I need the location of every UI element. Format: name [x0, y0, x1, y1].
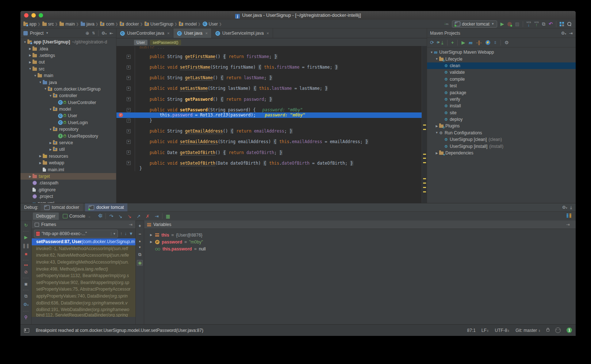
run-button[interactable]: ▶: [500, 22, 504, 27]
remove-watch-icon[interactable]: −: [138, 231, 141, 237]
project-tree-row[interactable]: IUserRepository: [20, 133, 116, 139]
code-line[interactable]: ˩ }: [116, 118, 427, 123]
code-editor[interactable]: public ... + public String getFirstName(…: [116, 46, 427, 203]
code-line[interactable]: + public void setLastName(String lastNam…: [116, 86, 427, 91]
project-settings-gear-icon[interactable]: ⚙▾: [101, 31, 107, 36]
project-tree-row[interactable]: ▼src: [20, 66, 116, 72]
stack-frame-row[interactable]: setPassword:87, User (com.docker.UserSig…: [32, 238, 135, 245]
close-tab-icon[interactable]: ×: [206, 31, 208, 35]
code-line[interactable]: public ...: [116, 46, 427, 49]
maven-add-icon[interactable]: +: [451, 40, 454, 45]
restore-layout-icon[interactable]: ⧉: [24, 294, 28, 299]
editor-error-stripe[interactable]: [422, 46, 427, 203]
fold-expand-icon[interactable]: +: [127, 65, 131, 69]
code-line[interactable]: + public void setEmailAddress(String ema…: [116, 139, 427, 145]
maven-gear-icon[interactable]: ⚙▾: [561, 31, 566, 36]
tree-collapse-icon[interactable]: ▶: [28, 175, 32, 178]
stripe-mark[interactable]: [423, 124, 426, 126]
readonly-lock-icon[interactable]: [546, 329, 549, 332]
editor-tab[interactable]: CUserServiceImpl.java×: [212, 28, 273, 38]
maven-collapse-icon[interactable]: ⇳: [494, 40, 497, 45]
changes-icon[interactable]: ⧉: [542, 22, 545, 27]
toolwindow-toggle-icon[interactable]: [24, 328, 29, 333]
debugger-settings-icon[interactable]: ⚙▾: [23, 302, 28, 308]
variable-row[interactable]: this.password=null: [144, 245, 576, 252]
rerun-icon[interactable]: ↻: [24, 223, 28, 228]
stack-frame-row[interactable]: bind:112, ServletRequestDataBinder (org.…: [32, 313, 135, 317]
code-line[interactable]: − public void setPassword(String passwor…: [116, 107, 427, 113]
breadcrumb-item[interactable]: docker: [120, 22, 139, 27]
close-tab-icon[interactable]: ×: [167, 31, 169, 35]
project-tree-row[interactable]: ▼java: [20, 79, 116, 85]
tree-collapse-icon[interactable]: ▶: [48, 148, 53, 151]
breakpoint-icon[interactable]: ✓: [119, 113, 123, 117]
stop-icon[interactable]: ■: [24, 252, 27, 257]
close-tab-icon[interactable]: ×: [266, 31, 269, 35]
maven-refresh-icon[interactable]: ⟳: [430, 40, 434, 45]
maven-tree-row[interactable]: ⚙compile: [427, 76, 576, 83]
vcs-update-icon[interactable]: VCS↓: [526, 22, 531, 27]
maven-settings-icon[interactable]: ⚙: [504, 40, 509, 45]
debug-view-tab[interactable]: Console→: [60, 212, 94, 220]
editor-breadcrumb-chip[interactable]: setPassword(): [150, 40, 181, 45]
tree-collapse-icon[interactable]: ▶: [434, 152, 439, 155]
stripe-mark[interactable]: [423, 129, 426, 130]
project-tree-row[interactable]: ▶resources: [20, 153, 116, 160]
project-tree-row[interactable]: ▶target: [20, 173, 116, 180]
frame-up-icon[interactable]: ↑: [120, 231, 122, 236]
code-line[interactable]: ✓ this.password = Rot13.rot13(password);…: [116, 112, 427, 118]
fold-expand-icon[interactable]: +: [127, 76, 131, 80]
project-tree-row[interactable]: ▶.settings: [20, 52, 116, 59]
project-tree-row[interactable]: ▶out: [20, 59, 116, 65]
maven-tree-row[interactable]: ⚙clean: [427, 62, 576, 69]
project-tree-row[interactable]: CUserLogin: [20, 119, 116, 126]
stack-frame-row[interactable]: invoke:62, NativeMethodAccessorImpl (sun…: [32, 252, 135, 259]
tree-expand-icon[interactable]: ▼: [434, 57, 439, 61]
variable-row[interactable]: ▶this={User@8876}: [144, 231, 576, 238]
notification-badge[interactable]: 1: [567, 327, 572, 333]
code-line[interactable]: [116, 123, 427, 129]
code-line[interactable]: + public void setFirstName(String firstN…: [116, 65, 427, 70]
undo-icon[interactable]: ↶: [549, 22, 553, 27]
maven-tree-row[interactable]: ▶⚙Plugins: [427, 123, 576, 129]
project-tree-row[interactable]: ▶webapp: [20, 160, 116, 166]
tree-expand-icon[interactable]: ▼: [28, 67, 32, 70]
thread-selector[interactable]: "http-apr-8080-exec-..." ▼: [34, 230, 118, 238]
project-tree-row[interactable]: ▼com.docker.UserSignup: [20, 86, 116, 92]
line-separator-widget[interactable]: LF⇕: [481, 328, 489, 333]
code-line[interactable]: + public String getFirstName() { return …: [116, 54, 427, 60]
drop-frame-icon[interactable]: ✗: [144, 214, 151, 219]
fold-expand-icon[interactable]: +: [127, 161, 131, 165]
tree-collapse-icon[interactable]: ▶: [38, 154, 43, 158]
frame-down-icon[interactable]: ↓: [124, 231, 127, 236]
vcs-commit-icon[interactable]: VCS↑: [534, 22, 538, 27]
run-with-coverage-icon[interactable]: ▨: [515, 22, 519, 27]
run-configuration-select[interactable]: docker tomcat ▼: [452, 20, 497, 28]
stripe-mark[interactable]: [423, 162, 426, 163]
tree-expand-icon[interactable]: ▼: [43, 87, 48, 91]
maven-tree-row[interactable]: ⚙test: [427, 83, 576, 89]
run-to-cursor-icon[interactable]: ⇥: [153, 214, 161, 219]
code-line[interactable]: [116, 145, 427, 150]
project-tree-row[interactable]: CUserController: [20, 99, 116, 106]
debug-button[interactable]: [507, 22, 512, 26]
step-into-icon[interactable]: ↘: [116, 214, 124, 219]
pause-icon[interactable]: ❚❚: [22, 243, 30, 248]
mute-breakpoints-icon[interactable]: ⊘: [24, 269, 28, 275]
stack-frame-row[interactable]: setPropertyValue:902, BeanWrapperImpl (o…: [32, 279, 135, 286]
fold-expand-icon[interactable]: +: [127, 55, 131, 59]
code-line[interactable]: + public String getEmailAddress() { retu…: [116, 129, 427, 134]
debug-session-tab[interactable]: tomcat docker: [41, 203, 83, 211]
maven-tree-row[interactable]: ⚙UserSignup [clean](clean): [427, 136, 576, 143]
caret-position[interactable]: 87:1: [467, 328, 475, 333]
project-tree-row[interactable]: ▼model: [20, 106, 116, 112]
debug-hide-icon[interactable]: ⤓: [570, 205, 572, 210]
step-over-icon[interactable]: ↷: [107, 214, 115, 219]
fold-expand-icon[interactable]: +: [127, 87, 131, 91]
maven-tree-row[interactable]: ⚙UserSignup [install](install): [427, 143, 576, 149]
code-line[interactable]: }: [116, 166, 427, 171]
code-line[interactable]: [116, 81, 427, 86]
maven-skip-tests-icon[interactable]: -∥-: [476, 40, 481, 45]
tree-expand-icon[interactable]: ▼: [33, 74, 38, 77]
breadcrumb-item[interactable]: UserSignup: [145, 22, 173, 27]
